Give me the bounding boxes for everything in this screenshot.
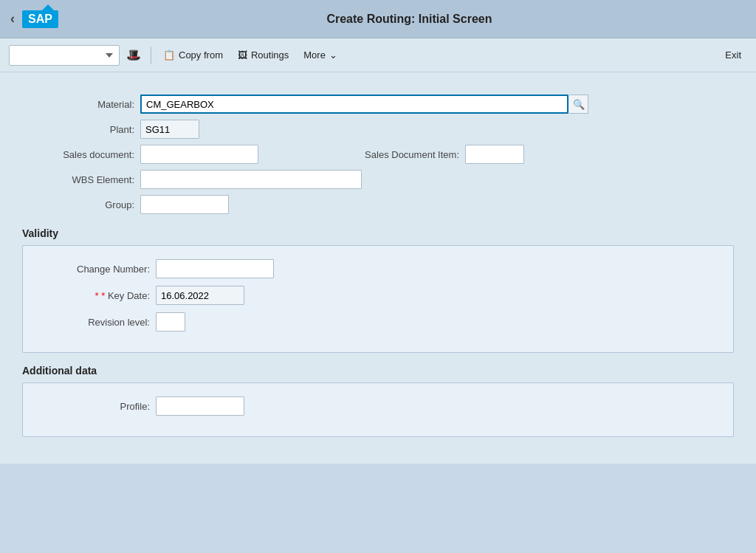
- sap-logo-triangle: [41, 4, 55, 12]
- wbs-row: WBS Element:: [22, 170, 734, 189]
- material-input[interactable]: [140, 95, 568, 114]
- plant-row: Plant:: [22, 120, 734, 139]
- revision-label: Revision level:: [38, 317, 156, 328]
- title-bar: ‹ SAP Create Routing: Initial Screen: [0, 0, 756, 38]
- validity-section: Validity Change Number: * Key Date: Revi…: [22, 227, 734, 353]
- plant-label: Plant:: [22, 124, 140, 135]
- page-title: Create Routing: Initial Screen: [73, 13, 746, 26]
- group-input[interactable]: [140, 195, 229, 214]
- additional-data-form: Profile:: [22, 382, 734, 437]
- hat-icon: 🎩: [126, 48, 141, 62]
- plant-input[interactable]: [140, 120, 199, 139]
- wbs-input[interactable]: [140, 170, 362, 189]
- hat-icon-button[interactable]: 🎩: [123, 45, 145, 66]
- additional-data-title: Additional data: [22, 365, 734, 377]
- key-date-row: * Key Date:: [38, 286, 718, 305]
- additional-data-section: Additional data Profile:: [22, 365, 734, 437]
- more-chevron-icon: ⌄: [329, 49, 337, 61]
- sales-doc-row: Sales document: Sales Document Item:: [22, 145, 734, 164]
- change-num-row: Change Number:: [38, 259, 718, 278]
- exit-button[interactable]: Exit: [719, 45, 747, 66]
- routings-icon: 🖼: [238, 49, 247, 61]
- top-form: Material: 🔍 Plant: Sales document: Sales…: [22, 87, 734, 227]
- material-label: Material:: [22, 99, 140, 110]
- validity-form: Change Number: * Key Date: Revision leve…: [22, 245, 734, 353]
- toolbar-select[interactable]: [9, 45, 120, 66]
- sap-logo-box: SAP: [22, 10, 58, 28]
- copy-from-icon: 📋: [163, 49, 175, 61]
- more-label: More: [303, 49, 326, 61]
- sap-logo: SAP: [22, 10, 58, 28]
- change-num-label: Change Number:: [38, 264, 156, 275]
- validity-title: Validity: [22, 227, 734, 239]
- revision-row: Revision level:: [38, 312, 718, 332]
- copy-from-label: Copy from: [179, 49, 223, 61]
- group-label: Group:: [22, 199, 140, 210]
- profile-label: Profile:: [38, 401, 156, 412]
- main-content: Material: 🔍 Plant: Sales document: Sales…: [0, 72, 756, 464]
- material-search-button[interactable]: 🔍: [569, 95, 588, 114]
- key-date-input[interactable]: [156, 286, 244, 305]
- sales-doc-input[interactable]: [140, 145, 258, 164]
- key-date-label: * Key Date:: [38, 290, 156, 301]
- routings-button[interactable]: 🖼 Routings: [232, 45, 295, 66]
- change-num-input[interactable]: [156, 259, 274, 278]
- group-row: Group:: [22, 195, 734, 214]
- copy-from-button[interactable]: 📋 Copy from: [157, 45, 229, 66]
- material-row: Material: 🔍: [22, 95, 734, 114]
- sap-logo-text: SAP: [28, 13, 52, 25]
- toolbar-separator-1: [151, 47, 151, 64]
- routings-label: Routings: [251, 49, 289, 61]
- profile-row: Profile:: [38, 396, 718, 416]
- sales-doc-item-input[interactable]: [465, 145, 524, 164]
- revision-input[interactable]: [156, 312, 185, 332]
- toolbar: 🎩 📋 Copy from 🖼 Routings More ⌄ Exit: [0, 38, 756, 72]
- back-button[interactable]: ‹: [10, 11, 15, 27]
- sales-doc-label: Sales document:: [22, 149, 140, 160]
- sales-doc-item-label: Sales Document Item:: [317, 149, 465, 160]
- search-icon: 🔍: [573, 99, 585, 110]
- wbs-label: WBS Element:: [22, 174, 140, 185]
- more-button[interactable]: More ⌄: [298, 45, 343, 66]
- profile-input[interactable]: [156, 396, 244, 416]
